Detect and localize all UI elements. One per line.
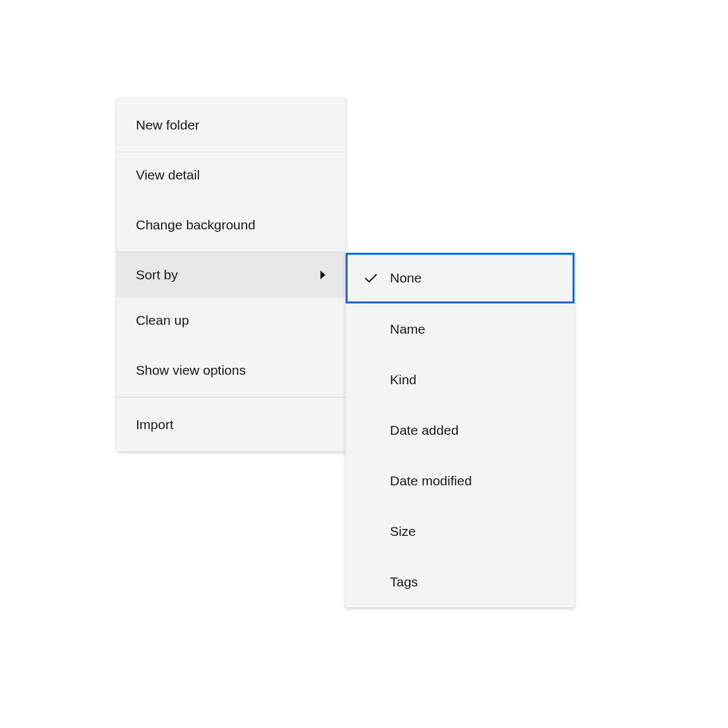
menu-group-4: Import <box>117 397 346 451</box>
context-menu: New folder View detail Change background… <box>117 98 346 451</box>
submenu-item-tags[interactable]: Tags <box>346 557 574 607</box>
menu-item-label: Change background <box>136 217 255 233</box>
submenu-item-label: Kind <box>365 372 555 387</box>
menu-item-view-detail[interactable]: View detail <box>117 152 346 198</box>
submenu-item-none[interactable]: None <box>346 253 574 303</box>
menu-item-show-view-options[interactable]: Show view options <box>117 343 346 397</box>
menu-item-new-folder[interactable]: New folder <box>117 98 346 152</box>
menu-item-label: Show view options <box>136 363 246 378</box>
menu-item-label: View detail <box>136 167 200 183</box>
submenu-group-2: Name Kind Date added Date modified Size … <box>346 304 574 607</box>
menu-item-sort-by[interactable]: Sort by <box>117 252 346 298</box>
checkmark-icon <box>365 274 390 282</box>
submenu-item-label: Size <box>365 524 555 539</box>
sort-by-submenu: None Name Kind Date added Date modified … <box>346 253 574 607</box>
submenu-item-kind[interactable]: Kind <box>346 355 574 405</box>
submenu-item-label: Tags <box>365 574 555 590</box>
submenu-item-date-modified[interactable]: Date modified <box>346 456 574 506</box>
submenu-item-date-added[interactable]: Date added <box>346 405 574 456</box>
submenu-item-label: Name <box>365 322 555 337</box>
menu-item-clean-up[interactable]: Clean up <box>117 298 346 343</box>
menu-item-import[interactable]: Import <box>117 397 346 451</box>
menu-group-3: Sort by Clean up Show view options <box>117 252 346 397</box>
submenu-item-label: None <box>390 270 555 286</box>
menu-group-2: View detail Change background <box>117 152 346 252</box>
menu-item-label: Sort by <box>136 267 178 282</box>
submenu-item-label: Date modified <box>365 473 555 488</box>
menu-item-change-background[interactable]: Change background <box>117 198 346 252</box>
submenu-item-label: Date added <box>365 423 555 438</box>
submenu-group-1: None <box>346 253 574 304</box>
submenu-item-size[interactable]: Size <box>346 506 574 557</box>
menu-item-label: Clean up <box>136 313 189 328</box>
menu-item-label: New folder <box>136 118 199 133</box>
menu-group-1: New folder <box>117 98 346 152</box>
submenu-item-name[interactable]: Name <box>346 304 574 355</box>
chevron-right-icon <box>319 270 327 279</box>
menu-item-label: Import <box>136 417 174 432</box>
